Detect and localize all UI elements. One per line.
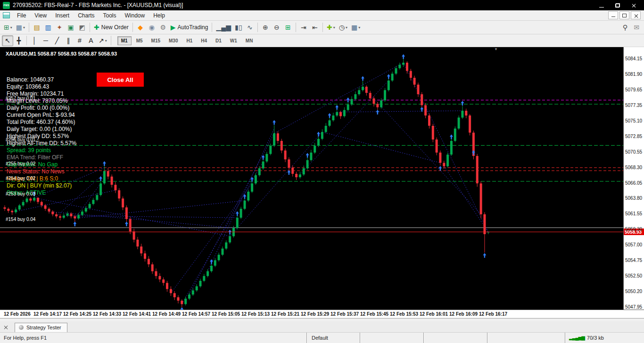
ea-info-line: Spread: 39 points <box>7 147 76 154</box>
trendline-button[interactable]: ╱ <box>51 35 63 46</box>
window-title: 270935202: FBS-Real-7 - FBS Markets Inc.… <box>13 2 595 8</box>
status-profile-cell[interactable]: Default <box>306 333 360 343</box>
templates-icon: ▦ <box>351 24 357 31</box>
timeframe-h4[interactable]: H4 <box>197 36 211 45</box>
minimize-icon <box>599 7 604 8</box>
strategy-tester-button[interactable]: ◩ <box>76 22 88 33</box>
status-end-spacer <box>617 333 644 343</box>
tester-close-button[interactable] <box>2 324 9 330</box>
close-all-button[interactable]: Close All <box>97 73 144 87</box>
chart-candles-button[interactable]: ▮▯ <box>233 22 244 33</box>
minimize-button[interactable] <box>595 1 608 9</box>
ea-info-line: Dir: ON | BUY (min $2.07) <box>7 182 76 189</box>
dropdown-arrow-icon: ▾ <box>346 25 347 30</box>
mdi-restore-button[interactable] <box>619 11 629 19</box>
terminal-button[interactable]: ▣ <box>65 22 76 33</box>
community-button[interactable]: ◉ <box>146 22 157 33</box>
price-tick: 5059.30 <box>625 227 642 232</box>
vertical-line-icon: │ <box>33 37 37 44</box>
tab-strategy-tester[interactable]: Strategy Tester <box>15 323 67 332</box>
status-cell-empty-2 <box>423 333 487 343</box>
navigator-button[interactable]: ✦ <box>54 22 65 33</box>
dropdown-arrow-icon: ▾ <box>333 25 335 30</box>
panel-splitter[interactable] <box>0 318 644 321</box>
time-tick: 12 Feb 16:17 <box>479 311 507 317</box>
new-order-button[interactable]: ✚New Order <box>92 22 131 33</box>
chart-shift-button[interactable]: ⇥ <box>298 22 309 33</box>
time-tick: 12 Feb 2026 <box>4 311 31 317</box>
search-icon: ⚲ <box>623 24 627 31</box>
menu-view[interactable]: View <box>30 11 51 20</box>
symbol-ohlc-label: XAUUSD,M1 5058.87 5058.93 5058.87 5058.9… <box>6 51 117 57</box>
timeframe-m30[interactable]: M30 <box>165 36 182 45</box>
indicators-button[interactable]: ✚▾ <box>325 22 337 33</box>
chart-line-button[interactable]: ∿ <box>244 22 256 33</box>
price-tick: 5068.30 <box>625 165 642 170</box>
price-tick: 5052.50 <box>625 273 642 278</box>
metaeditor-button[interactable]: ◆ <box>135 22 146 33</box>
timeframe-d1[interactable]: D1 <box>212 36 225 45</box>
chart-line-icon: ∿ <box>247 24 253 31</box>
data-window-button[interactable]: ▥ <box>42 22 54 33</box>
restore-icon <box>615 3 620 8</box>
chat-button[interactable]: ✉ <box>631 22 642 33</box>
fbs-logo-icon: FBS <box>3 2 10 9</box>
text-icon: A <box>89 37 93 44</box>
menu-file[interactable]: File <box>13 11 30 20</box>
price-scale[interactable]: 5058.93 5084.155081.905079.655077.355075… <box>623 47 644 310</box>
timeframe-m15[interactable]: M15 <box>148 36 164 45</box>
options-button[interactable]: ⚙ <box>157 22 169 33</box>
search-button[interactable]: ⚲ <box>619 22 631 33</box>
timeframe-w1[interactable]: W1 <box>226 36 241 45</box>
menu-tools[interactable]: Tools <box>99 11 121 20</box>
autotrading-label: AutoTrading <box>178 24 208 31</box>
price-tick: 5050.20 <box>625 289 642 294</box>
timeframe-h1[interactable]: H1 <box>182 36 196 45</box>
market-watch-button[interactable]: ▤ <box>31 22 42 33</box>
menu-insert[interactable]: Insert <box>51 11 74 20</box>
tester-close-icon <box>4 325 8 329</box>
close-button[interactable] <box>627 1 640 9</box>
zoom-in-button[interactable]: ⊕ <box>260 22 271 33</box>
zoom-out-button[interactable]: ⊖ <box>271 22 282 33</box>
horizontal-line-icon: ─ <box>43 37 48 44</box>
restore-button[interactable] <box>611 1 624 9</box>
templates-button[interactable]: ▦▾ <box>349 22 362 33</box>
time-axis[interactable]: 12 Feb 202612 Feb 14:1712 Feb 14:2512 Fe… <box>0 310 644 318</box>
timeframe-m5[interactable]: M5 <box>132 36 147 45</box>
candlestick-chart <box>0 47 623 310</box>
menu-items: FileViewInsertChartsToolsWindowHelp <box>13 11 169 20</box>
mdi-minimize-button[interactable] <box>608 11 618 19</box>
tile-windows-button[interactable]: ⊞ <box>282 22 294 33</box>
toolbar-separator <box>90 23 90 32</box>
menu-window[interactable]: Window <box>121 11 149 20</box>
menu-help[interactable]: Help <box>149 11 169 20</box>
chart-bars-button[interactable]: ▁▄▆ <box>214 22 232 33</box>
new-chart-icon: ⊞ <box>4 24 9 31</box>
new-chart-button[interactable]: ⊞▾ <box>2 22 14 33</box>
fibonacci-button[interactable]: # <box>74 35 85 46</box>
timeframe-mn[interactable]: MN <box>242 36 257 45</box>
horizontal-line-button[interactable]: ─ <box>40 35 51 46</box>
cursor-button[interactable]: ↖ <box>2 35 13 46</box>
channel-button[interactable]: ∥ <box>63 35 74 46</box>
chart-shift-icon: ⇥ <box>301 24 306 31</box>
autotrading-button[interactable]: ▶AutoTrading <box>169 22 210 33</box>
crosshair-icon: ╋ <box>17 37 21 44</box>
arrows-tool-button[interactable]: ↗▾ <box>97 35 109 46</box>
menu-charts[interactable]: Charts <box>74 11 99 20</box>
time-tick: 12 Feb 14:49 <box>152 311 181 317</box>
market-watch-icon: ▤ <box>33 24 40 31</box>
text-button[interactable]: A <box>85 35 97 46</box>
chart-canvas[interactable]: XAUUSD,M1 5058.87 5058.93 5058.87 5058.9… <box>0 47 623 310</box>
vertical-line-button[interactable]: │ <box>29 35 40 46</box>
profiles-button[interactable]: ▦▾ <box>14 22 27 33</box>
periods-button[interactable]: ◷▾ <box>337 22 349 33</box>
crosshair-button[interactable]: ╋ <box>13 35 25 46</box>
timeframe-m1[interactable]: M1 <box>117 36 132 45</box>
chart-autoscroll-button[interactable]: ⇤ <box>309 22 321 33</box>
title-bar: FBS 270935202: FBS-Real-7 - FBS Markets … <box>0 0 644 10</box>
toolbar-separator <box>26 36 27 45</box>
mdi-minimize-icon <box>611 16 615 17</box>
mdi-close-button[interactable] <box>631 11 641 19</box>
